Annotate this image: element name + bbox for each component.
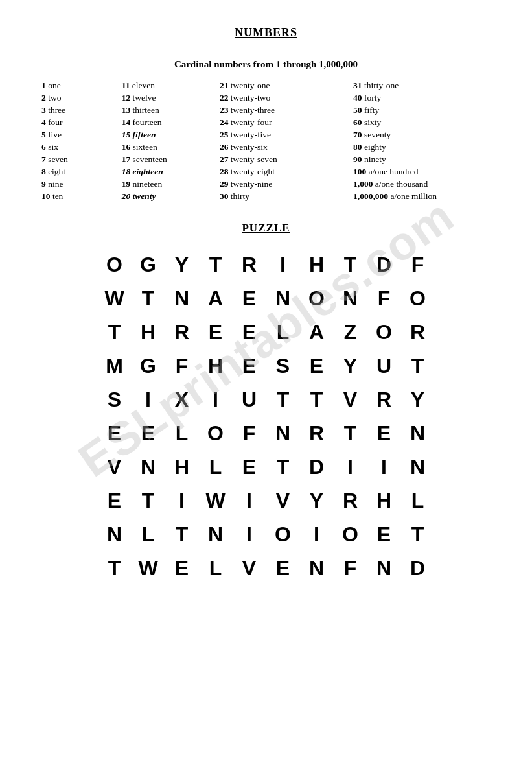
ws-cell: O (266, 517, 300, 551)
puzzle-section: PUZZLE OGYTRIHTDFWTNAENONFOTHREELAZORMGF… (39, 222, 493, 585)
ws-cell: Y (165, 248, 199, 281)
ws-cell: Y (334, 349, 367, 383)
ws-cell: T (132, 484, 165, 517)
number-cell: 70 seventy (351, 128, 493, 141)
number-cell: 7 seven (39, 153, 119, 165)
ws-cell: E (233, 349, 266, 383)
number-cell: 13 thirteen (119, 104, 217, 116)
ws-cell: E (266, 551, 300, 585)
ws-cell: E (233, 450, 266, 484)
ws-cell: R (401, 315, 435, 349)
ws-cell: E (199, 315, 233, 349)
ws-cell: F (233, 416, 266, 450)
ws-cell: R (300, 416, 334, 450)
number-cell: 15 fifteen (119, 128, 217, 141)
number-cell: 5 five (39, 128, 119, 141)
ws-cell: T (401, 349, 435, 383)
ws-cell: T (266, 383, 300, 416)
number-cell: 25 twenty-five (217, 128, 351, 141)
ws-row: THREELAZOR (98, 315, 435, 349)
ws-cell: M (98, 349, 132, 383)
ws-cell: O (401, 281, 435, 315)
number-cell: 21 twenty-one (217, 79, 351, 91)
ws-cell: L (199, 450, 233, 484)
ws-row: MGFHESEYUT (98, 349, 435, 383)
ws-cell: X (165, 383, 199, 416)
ws-cell: H (199, 349, 233, 383)
number-cell: 50 fifty (351, 104, 493, 116)
number-cell: 14 fourteen (119, 116, 217, 128)
number-cell: 1,000,000 a/one million (351, 190, 493, 202)
ws-cell: E (165, 551, 199, 585)
ws-cell: Z (334, 315, 367, 349)
ws-cell: Y (300, 484, 334, 517)
ws-cell: I (199, 383, 233, 416)
number-cell: 11 eleven (119, 79, 217, 91)
ws-cell: U (367, 349, 401, 383)
ws-cell: V (98, 450, 132, 484)
ws-cell: H (367, 484, 401, 517)
ws-cell: I (165, 484, 199, 517)
puzzle-title: PUZZLE (39, 222, 493, 235)
ws-cell: T (132, 281, 165, 315)
ws-cell: L (199, 551, 233, 585)
ws-cell: E (300, 349, 334, 383)
number-cell: 2 two (39, 91, 119, 104)
ws-cell: T (266, 450, 300, 484)
numbers-table: 1 one11 eleven21 twenty-one31 thirty-one… (39, 79, 493, 202)
ws-cell: O (98, 248, 132, 281)
ws-cell: E (233, 315, 266, 349)
ws-cell: R (233, 248, 266, 281)
number-cell: 10 ten (39, 190, 119, 202)
ws-cell: F (334, 551, 367, 585)
number-cell: 90 ninety (351, 153, 493, 165)
ws-cell: V (334, 383, 367, 416)
ws-cell: N (401, 450, 435, 484)
ws-cell: F (401, 248, 435, 281)
ws-cell: F (165, 349, 199, 383)
ws-cell: V (233, 551, 266, 585)
ws-cell: L (266, 315, 300, 349)
ws-row: EELOFNRTEN (98, 416, 435, 450)
ws-cell: S (266, 349, 300, 383)
ws-cell: V (266, 484, 300, 517)
ws-cell: E (132, 416, 165, 450)
ws-cell: O (300, 281, 334, 315)
number-cell: 100 a/one hundred (351, 165, 493, 178)
number-cell: 3 three (39, 104, 119, 116)
number-cell: 12 twelve (119, 91, 217, 104)
number-cell: 8 eight (39, 165, 119, 178)
ws-cell: G (132, 248, 165, 281)
ws-row: ETIWIVYRHL (98, 484, 435, 517)
number-cell: 6 six (39, 141, 119, 153)
number-cell: 19 nineteen (119, 178, 217, 190)
ws-cell: H (132, 315, 165, 349)
ws-row: SIXIUTTVRY (98, 383, 435, 416)
number-cell: 30 thirty (217, 190, 351, 202)
ws-cell: N (199, 517, 233, 551)
ws-cell: I (334, 450, 367, 484)
number-cell: 40 forty (351, 91, 493, 104)
subtitle: Cardinal numbers from 1 through 1,000,00… (39, 59, 493, 70)
number-cell: 26 twenty-six (217, 141, 351, 153)
ws-cell: T (334, 248, 367, 281)
ws-cell: Y (401, 383, 435, 416)
ws-cell: E (367, 416, 401, 450)
ws-cell: F (367, 281, 401, 315)
number-cell: 27 twenty-seven (217, 153, 351, 165)
ws-cell: O (334, 517, 367, 551)
number-cell: 4 four (39, 116, 119, 128)
ws-cell: N (132, 450, 165, 484)
ws-cell: N (266, 416, 300, 450)
ws-cell: N (367, 551, 401, 585)
number-cell: 18 eighteen (119, 165, 217, 178)
ws-cell: N (401, 416, 435, 450)
ws-cell: I (266, 248, 300, 281)
ws-cell: O (367, 315, 401, 349)
ws-cell: R (334, 484, 367, 517)
ws-cell: U (233, 383, 266, 416)
word-search-grid: OGYTRIHTDFWTNAENONFOTHREELAZORMGFHESEYUT… (39, 248, 493, 585)
ws-cell: D (300, 450, 334, 484)
ws-cell: R (367, 383, 401, 416)
ws-cell: H (300, 248, 334, 281)
